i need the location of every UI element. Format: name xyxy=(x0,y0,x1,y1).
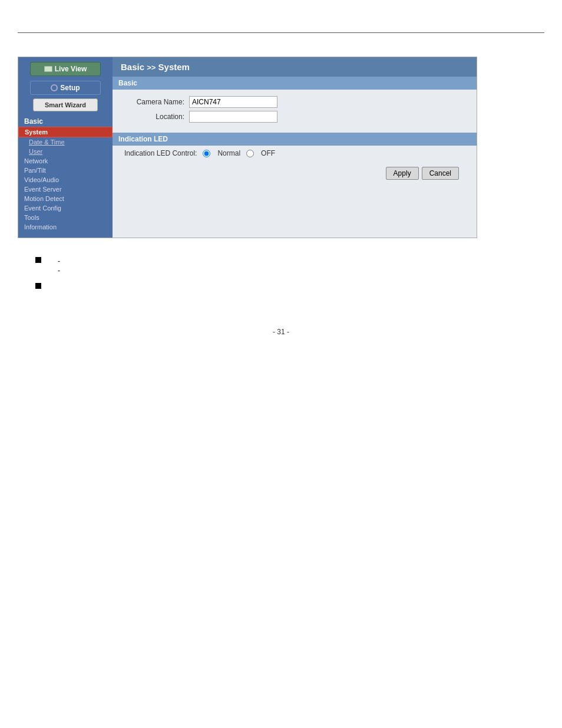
location-input[interactable] xyxy=(189,111,277,123)
bullet-square-2 xyxy=(35,283,41,289)
bullet-square-1 xyxy=(35,257,41,263)
page-number: - 31 - xyxy=(0,328,562,348)
led-normal-label: Normal xyxy=(217,149,240,157)
gear-icon xyxy=(51,84,58,91)
bottom-text-section: - - xyxy=(18,256,544,289)
sub-bullet-1: - xyxy=(58,257,65,265)
bullet-item-2 xyxy=(35,282,527,289)
section-led-bar: Indication LED xyxy=(113,133,477,146)
smart-wizard-button[interactable]: Smart Wizard xyxy=(33,98,98,111)
main-panel: Basic >> System Basic Camera Name: Locat… xyxy=(113,57,477,238)
camera-icon xyxy=(44,66,52,72)
sub-bullet-2: - xyxy=(58,266,65,275)
led-off-label: OFF xyxy=(261,149,275,157)
sidebar-section-basic: Basic xyxy=(18,115,113,127)
led-control-label: Indication LED Control: xyxy=(124,149,197,157)
sidebar-item-user[interactable]: User xyxy=(18,147,113,156)
live-view-button[interactable]: Live View xyxy=(30,62,101,76)
basic-form: Camera Name: Location: xyxy=(113,90,477,129)
sidebar-item-date-time[interactable]: Date & Time xyxy=(18,137,113,147)
setup-button[interactable]: Setup xyxy=(30,81,101,95)
sidebar-item-network[interactable]: Network xyxy=(18,156,113,166)
led-off-radio[interactable] xyxy=(246,150,254,157)
led-control-row: Indication LED Control: Normal OFF xyxy=(113,146,477,161)
sub-dash-2: - xyxy=(58,266,60,275)
led-normal-radio[interactable] xyxy=(203,150,210,157)
sidebar-item-information[interactable]: Information xyxy=(18,222,113,232)
page-title: Basic >> System xyxy=(113,57,477,77)
camera-name-label: Camera Name: xyxy=(124,98,189,106)
sidebar-item-system[interactable]: System xyxy=(18,127,113,137)
live-view-label: Live View xyxy=(55,65,87,73)
bullet-item-1: - - xyxy=(35,256,527,276)
camera-name-input[interactable] xyxy=(189,96,277,108)
sidebar-item-motion-detect[interactable]: Motion Detect xyxy=(18,194,113,203)
sidebar-item-event-config[interactable]: Event Config xyxy=(18,203,113,213)
setup-label: Setup xyxy=(60,84,80,92)
camera-name-row: Camera Name: xyxy=(124,96,465,108)
apply-button[interactable]: Apply xyxy=(386,167,419,180)
sidebar-item-event-server[interactable]: Event Server xyxy=(18,185,113,194)
cancel-button[interactable]: Cancel xyxy=(422,167,459,180)
action-row: Apply Cancel xyxy=(113,161,477,186)
sidebar: Live View Setup Smart Wizard Basic xyxy=(18,57,113,238)
smart-wizard-label: Smart Wizard xyxy=(45,101,86,108)
location-label: Location: xyxy=(124,113,189,121)
sub-dash-1: - xyxy=(58,257,60,265)
location-row: Location: xyxy=(124,111,465,123)
sidebar-item-tools[interactable]: Tools xyxy=(18,213,113,222)
section-basic-bar: Basic xyxy=(113,77,477,90)
sidebar-item-video-audio[interactable]: Video/Audio xyxy=(18,175,113,185)
ui-panel: Live View Setup Smart Wizard Basic xyxy=(18,57,477,238)
sidebar-item-pan-tilt[interactable]: Pan/Tilt xyxy=(18,166,113,175)
breadcrumb-separator: >> xyxy=(147,63,156,72)
